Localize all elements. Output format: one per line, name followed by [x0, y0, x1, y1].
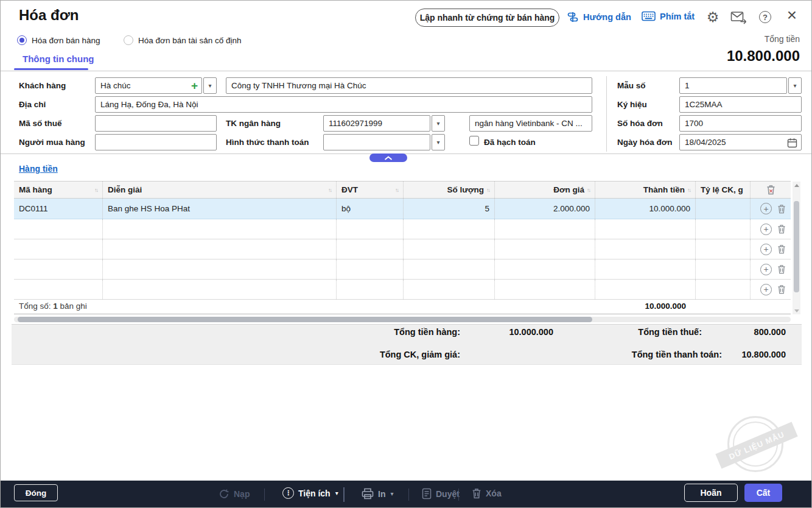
customer-name-input[interactable]	[226, 77, 592, 94]
cell-amount[interactable]	[595, 239, 696, 259]
posted-checkbox[interactable]	[469, 136, 479, 146]
radio-fixed-asset-invoice[interactable]: Hóa đơn bán tài sản cố định	[124, 35, 241, 45]
horizontal-scrollbar-thumb[interactable]	[18, 317, 592, 322]
col-header-unit-price[interactable]: Đơn giá↑↓	[495, 182, 595, 198]
shortcuts-link[interactable]: Phím tắt	[642, 11, 695, 21]
print-button[interactable]: In ▾	[362, 488, 393, 499]
cell-unit-price[interactable]	[495, 219, 595, 239]
cell-description[interactable]	[103, 259, 337, 279]
send-email-button[interactable]	[730, 9, 746, 25]
utilities-button[interactable]: ⋮ Tiện ích ▾	[282, 487, 338, 499]
cell-discount-rate[interactable]	[696, 280, 751, 299]
table-row-empty[interactable]: +	[14, 259, 791, 280]
address-input[interactable]	[95, 96, 592, 113]
cell-amount[interactable]: 10.000.000	[595, 199, 696, 219]
approve-button[interactable]: Duyệt	[422, 488, 460, 499]
cell-discount-rate[interactable]	[696, 199, 751, 219]
cell-amount[interactable]	[595, 219, 696, 239]
cell-unit-price[interactable]: 2.000.000	[495, 199, 595, 219]
add-row-icon[interactable]: +	[760, 244, 772, 255]
delete-button[interactable]: Xóa	[472, 488, 502, 499]
sort-icon[interactable]: ↑↓	[687, 187, 690, 193]
add-row-icon[interactable]: +	[760, 264, 772, 275]
table-row-empty[interactable]: +	[14, 280, 791, 300]
col-header-discount-rate[interactable]: Tỷ lệ CK, g	[696, 182, 751, 198]
customer-dropdown-button[interactable]: ▾	[203, 77, 217, 94]
cell-quantity[interactable]	[404, 239, 495, 259]
cell-item-code[interactable]	[14, 239, 103, 259]
cell-unit[interactable]: bộ	[337, 199, 404, 219]
add-row-icon[interactable]: +	[760, 284, 772, 295]
sort-icon[interactable]: ↑↓	[395, 187, 398, 193]
tab-general-info[interactable]: Thông tin chung	[23, 54, 94, 64]
col-header-amount[interactable]: Thành tiền↑↓	[595, 182, 696, 198]
scroll-up-arrow[interactable]	[794, 184, 799, 187]
invoice-date-input[interactable]	[680, 135, 801, 150]
cell-unit-price[interactable]	[495, 239, 595, 259]
cell-item-code[interactable]	[14, 280, 103, 299]
quick-create-button[interactable]: Lập nhanh từ chứng từ bán hàng	[415, 9, 559, 27]
delete-all-rows-button[interactable]: ✕	[766, 185, 775, 195]
table-row[interactable]: DC0111 Ban ghe HS Hoa PHat bộ 5 2.000.00…	[14, 199, 791, 219]
guide-link[interactable]: Hướng dẫn	[567, 11, 631, 23]
cell-description[interactable]: Ban ghe HS Hoa PHat	[103, 199, 337, 219]
cell-amount[interactable]	[595, 259, 696, 279]
col-header-unit[interactable]: ĐVT↑↓	[337, 182, 404, 198]
close-dialog-button[interactable]: Đóng	[14, 484, 58, 501]
col-header-item-code[interactable]: Mã hàng↑↓	[14, 182, 103, 198]
cell-discount-rate[interactable]	[696, 219, 751, 239]
cell-discount-rate[interactable]	[696, 259, 751, 279]
collapse-header-button[interactable]	[369, 153, 407, 162]
template-no-input[interactable]	[680, 78, 786, 93]
add-row-icon[interactable]: +	[760, 224, 772, 235]
cell-description[interactable]	[103, 239, 337, 259]
items-section-link[interactable]: Hàng tiền	[19, 164, 58, 174]
delete-row-icon[interactable]	[777, 244, 786, 254]
sort-icon[interactable]: ↑↓	[94, 187, 97, 193]
cell-quantity[interactable]	[404, 280, 495, 299]
cell-item-code[interactable]	[14, 259, 103, 279]
cell-item-code[interactable]: DC0111	[14, 199, 103, 219]
sort-icon[interactable]: ↑↓	[328, 187, 331, 193]
cell-quantity[interactable]	[404, 219, 495, 239]
delete-row-icon[interactable]	[777, 284, 786, 294]
delete-row-icon[interactable]	[777, 204, 786, 214]
radio-sales-invoice[interactable]: Hóa đơn bán hàng	[17, 35, 100, 45]
cell-unit-price[interactable]	[495, 259, 595, 279]
cell-item-code[interactable]	[14, 219, 103, 239]
template-no-dropdown-button[interactable]: ▾	[788, 77, 802, 94]
vertical-scrollbar-thumb[interactable]	[794, 201, 799, 292]
tax-code-input[interactable]	[95, 115, 217, 132]
cell-quantity[interactable]: 5	[404, 199, 495, 219]
bank-account-input[interactable]	[324, 116, 430, 131]
add-customer-icon[interactable]: +	[191, 79, 198, 93]
payment-method-dropdown-button[interactable]: ▾	[432, 134, 445, 150]
postpone-button[interactable]: Hoãn	[684, 484, 738, 502]
table-row-empty[interactable]: +	[14, 219, 791, 239]
delete-row-icon[interactable]	[777, 264, 786, 274]
invoice-no-input[interactable]	[679, 115, 802, 132]
bank-account-dropdown-button[interactable]: ▾	[432, 115, 445, 132]
col-header-quantity[interactable]: Số lượng↑↓	[404, 182, 495, 198]
customer-code-input[interactable]	[96, 78, 201, 93]
cell-unit[interactable]	[337, 280, 404, 299]
payment-method-input[interactable]	[324, 135, 430, 150]
horizontal-scrollbar[interactable]	[14, 317, 791, 322]
col-header-description[interactable]: Diễn giải↑↓	[103, 182, 337, 198]
add-row-icon[interactable]: +	[760, 203, 772, 214]
cell-unit-price[interactable]	[495, 280, 595, 299]
cell-description[interactable]	[103, 280, 337, 299]
sort-icon[interactable]: ↑↓	[486, 187, 489, 193]
delete-row-icon[interactable]	[777, 224, 786, 234]
buyer-input[interactable]	[95, 134, 217, 150]
settings-button[interactable]: ⚙	[705, 9, 721, 25]
save-button[interactable]: Cất	[744, 484, 782, 502]
cell-unit[interactable]	[337, 259, 404, 279]
table-row-empty[interactable]: +	[14, 239, 791, 259]
vertical-scrollbar[interactable]	[793, 182, 800, 314]
cell-quantity[interactable]	[404, 259, 495, 279]
scroll-down-arrow[interactable]	[794, 309, 799, 312]
cell-amount[interactable]	[595, 280, 696, 299]
cell-unit[interactable]	[337, 219, 404, 239]
help-button[interactable]: ?	[757, 9, 773, 25]
